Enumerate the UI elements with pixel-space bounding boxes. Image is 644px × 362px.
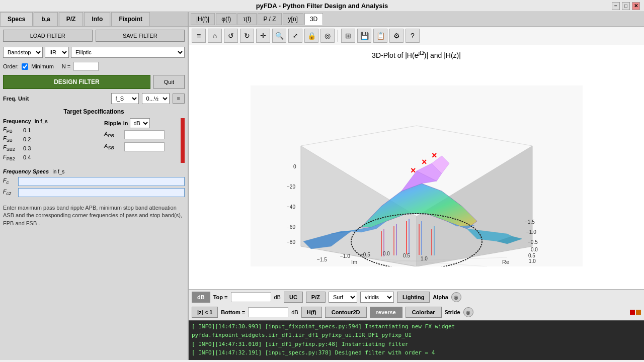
toolbar-menu-button[interactable]: ≡ — [192, 29, 206, 43]
pz-button[interactable]: P/Z — [306, 292, 326, 303]
fc-input[interactable]: 0.1 — [18, 177, 185, 186]
tab-fixpoint[interactable]: Fixpoint — [111, 12, 150, 26]
minimum-checkbox[interactable] — [22, 63, 28, 70]
quit-button[interactable]: Quit — [153, 75, 185, 89]
toolbar-pan-button[interactable]: ✛ — [256, 29, 270, 43]
save-filter-button[interactable]: SAVE FILTER — [96, 30, 185, 42]
target-specs-title: Target Specifications — [3, 108, 185, 115]
toolbar-grid-button[interactable]: ⊞ — [341, 29, 355, 43]
apb-input[interactable]: 0.175 — [124, 130, 165, 139]
hf-button[interactable]: H(f) — [301, 307, 322, 318]
fc-label: Fc — [3, 177, 18, 185]
svg-text:1.0: 1.0 — [421, 256, 428, 261]
fpb-row: FPB 0.1 — [3, 126, 100, 134]
alpha-spinner[interactable]: ◎ — [451, 292, 461, 302]
toolbar-home-button[interactable]: ⌂ — [208, 29, 222, 43]
tab-phi[interactable]: φ(f) — [216, 13, 236, 25]
toolbar-lock-button[interactable]: 🔒 — [304, 29, 318, 43]
bottom-row2: |z| < 1 Bottom = -80 dB H(f) Contour2D r… — [189, 305, 644, 320]
tab-3d[interactable]: 3D — [304, 13, 323, 25]
filter-type-select[interactable]: Bandstop Bandpass Lowpass Highpass — [3, 47, 43, 58]
freq-specs-section: Frequency Specs in f_s Fc 0.1 Fc2 0.4 — [0, 165, 188, 201]
absz-button[interactable]: |z| < 1 — [192, 307, 218, 318]
toolbar-help-button[interactable]: ? — [406, 29, 420, 43]
tab-info[interactable]: Info — [84, 12, 110, 26]
freq-unit-label: Freq. Unit — [3, 96, 29, 102]
contour2d-button[interactable]: Contour2D — [325, 307, 367, 318]
freq-unit-select[interactable]: f_S Hz rad/s — [111, 93, 139, 104]
tab-tau[interactable]: τ(f) — [237, 13, 257, 25]
filter-design-select[interactable]: Elliptic Butterworth Chebyshev — [71, 47, 185, 58]
stride-spinner[interactable]: ◎ — [463, 307, 473, 317]
reverse-button[interactable]: reverse — [370, 307, 403, 318]
svg-text:1.0: 1.0 — [529, 258, 536, 264]
ripple-unit-select[interactable]: dB lin — [130, 118, 150, 128]
fc2-input[interactable]: 0.4 — [18, 188, 185, 197]
minimize-button[interactable]: − — [612, 2, 620, 10]
svg-text:−1.0: −1.0 — [526, 229, 536, 235]
bottom-value-input[interactable]: -80 — [248, 307, 288, 317]
fsb-value: 0.2 — [23, 136, 31, 142]
fpb-value: 0.1 — [23, 127, 31, 133]
tab-pz[interactable]: P / Z — [258, 13, 281, 25]
filter-selectors: Bandstop Bandpass Lowpass Highpass IIR F… — [0, 45, 188, 60]
uc-button[interactable]: UC — [284, 292, 303, 303]
titlebar: pyFDA - Python Filter Design and Analysi… — [0, 0, 644, 12]
red-bar — [181, 118, 185, 163]
apb-row: APB 0.175 — [104, 130, 185, 139]
log-line-3: [ INFO][14:47:31.010] [iir_df1_pyfixp.py… — [192, 340, 641, 348]
close-button[interactable]: ✕ — [632, 2, 640, 10]
plot-tab-bar: |H(f)| φ(f) τ(f) P / Z y[n] 3D — [189, 12, 644, 27]
toolbar-target-button[interactable]: ◎ — [320, 29, 335, 43]
colorbar-button[interactable]: Colorbar — [406, 307, 442, 318]
maximize-button[interactable]: □ — [622, 2, 630, 10]
svg-text:×: × — [411, 165, 416, 175]
svg-text:−0.5: −0.5 — [360, 252, 370, 257]
tab-pz[interactable]: P/Z — [59, 12, 84, 26]
colormap-select[interactable]: viridis plasma inferno magma — [360, 292, 394, 303]
svg-text:0.5: 0.5 — [403, 253, 410, 258]
tab-specs[interactable]: Specs — [0, 12, 33, 26]
tab-ba[interactable]: b,a — [34, 12, 57, 26]
fc2-row: Fc2 0.4 — [3, 188, 185, 197]
asb-label: ASB — [104, 143, 124, 150]
load-filter-button[interactable]: LOAD FILTER — [3, 30, 93, 42]
ripple-header: Ripple in dB lin — [104, 118, 185, 128]
fpb2-label: FPB2 — [3, 154, 23, 161]
freq-range-select[interactable]: 0...½ 0...1 — [142, 93, 170, 104]
bottom-unit: dB — [291, 309, 298, 315]
svg-text:−1.5: −1.5 — [525, 219, 535, 225]
design-filter-button[interactable]: DESIGN FILTER — [3, 75, 150, 89]
freq-specs-label: Frequency Specs — [3, 168, 49, 174]
fc-row: Fc 0.1 — [3, 177, 185, 186]
fsb2-value: 0.3 — [23, 145, 31, 151]
toolbar-copy-button[interactable]: 📋 — [373, 29, 387, 43]
toolbar-settings-button[interactable]: ⚙ — [389, 29, 404, 43]
svg-text:−1.5: −1.5 — [317, 257, 327, 262]
filter-buttons: LOAD FILTER SAVE FILTER — [0, 27, 188, 45]
asb-input[interactable]: 60 — [124, 142, 165, 151]
toolbar-zoom-rect-button[interactable]: ⤢ — [288, 29, 302, 43]
lighting-button[interactable]: Lighting — [397, 292, 430, 303]
alpha-label: Alpha — [433, 294, 448, 300]
fpb2-row: FPB2 0.4 — [3, 154, 100, 161]
db-toggle-button[interactable]: dB — [192, 292, 210, 303]
fsb2-label: FSB2 — [3, 144, 23, 152]
tab-hf[interactable]: |H(f)| — [191, 13, 215, 25]
toolbar-save-button[interactable]: 💾 — [357, 29, 371, 43]
toolbar-zoom-button[interactable]: 🔍 — [272, 29, 286, 43]
freq-options-button[interactable]: ≡ — [173, 94, 185, 104]
3d-plot-svg: × × × × × × × × — [251, 85, 583, 266]
svg-text:−60: −60 — [287, 224, 295, 230]
toolbar-redo-button[interactable]: ↻ — [240, 29, 254, 43]
svg-text:−40: −40 — [287, 204, 295, 210]
toolbar-sep1 — [338, 30, 338, 42]
toolbar-undo-button[interactable]: ↺ — [224, 29, 238, 43]
tab-yn[interactable]: y[n] — [283, 13, 303, 25]
surf-select[interactable]: Surf Wire Mesh — [329, 292, 357, 303]
log-line-1: [ INFO][14:47:30.993] [input_fixpoint_sp… — [192, 323, 641, 330]
order-n-input[interactable]: 4 — [73, 62, 99, 71]
top-value-input[interactable]: 12.04 — [231, 292, 271, 302]
plot-toolbar: ≡ ⌂ ↺ ↻ ✛ 🔍 ⤢ 🔒 ◎ ⊞ 💾 📋 ⚙ ? — [189, 27, 644, 45]
filter-impl-select[interactable]: IIR FIR — [45, 47, 69, 58]
